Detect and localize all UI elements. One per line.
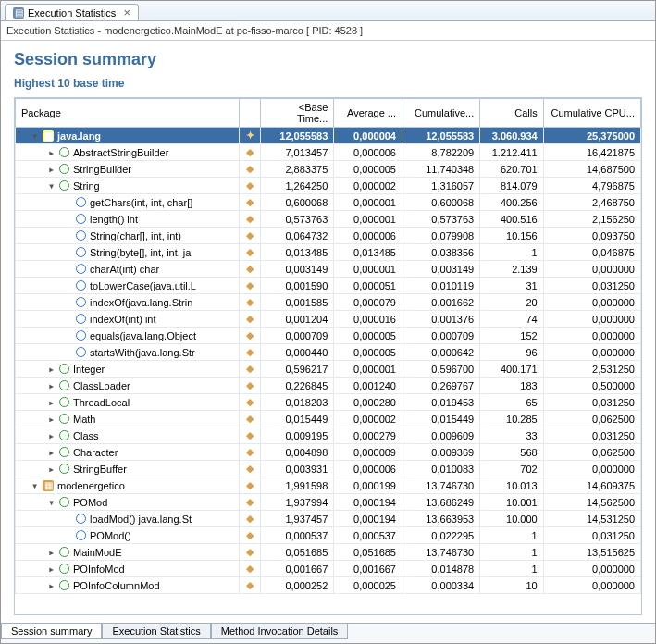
table-row[interactable]: length() int◆0,5737630,0000010,573763400… <box>16 211 641 228</box>
table-row[interactable]: startsWith(java.lang.Str◆0,0004400,00000… <box>16 344 641 361</box>
cell-average: 0,000009 <box>334 444 402 461</box>
twistie-icon[interactable]: ▾ <box>47 498 56 506</box>
class-icon <box>59 447 69 457</box>
cell-calls: 74 <box>480 311 543 328</box>
twistie-icon[interactable]: ▸ <box>47 415 56 423</box>
cell-cumulative: 0,001376 <box>402 311 480 328</box>
table-row[interactable]: ▾▦java.lang✦12,0555830,00000412,0555833.… <box>16 128 641 144</box>
twistie-icon[interactable]: ▸ <box>47 548 56 556</box>
marker-icon: ◆ <box>240 494 261 511</box>
twistie-icon[interactable]: ▸ <box>47 581 56 589</box>
row-label: indexOf(java.lang.Strin <box>90 297 192 308</box>
cell-cumulative: 0,000709 <box>402 328 480 344</box>
table-row[interactable]: ▸Integer◆0,5962170,0000010,596700400.171… <box>16 361 641 378</box>
cell-cpu: 0,000000 <box>543 294 640 311</box>
col-average[interactable]: Average ... <box>334 99 402 128</box>
twistie-icon[interactable]: ▸ <box>47 448 56 456</box>
table-row[interactable]: indexOf(int) int◆0,0012040,0000160,00137… <box>16 311 641 328</box>
cell-cumulative: 0,600068 <box>402 194 480 211</box>
table-row[interactable]: ▸AbstractStringBuilder◆7,0134570,0000068… <box>16 144 641 161</box>
row-label: charAt(int) char <box>90 264 159 275</box>
table-row[interactable]: ▸POInfoColumnMod◆0,0002520,0000250,00033… <box>16 577 641 594</box>
cell-calls: 65 <box>480 394 543 411</box>
col-package[interactable]: Package <box>16 99 240 128</box>
table-row[interactable]: ▸ThreadLocal◆0,0182030,0002800,019453650… <box>16 394 641 411</box>
marker-icon: ◆ <box>240 161 261 178</box>
col-marker[interactable] <box>240 99 261 128</box>
table-row[interactable]: String(byte[], int, int, ja◆0,0134850,01… <box>16 244 641 261</box>
col-calls[interactable]: Calls <box>480 99 543 128</box>
table-row[interactable]: ▾▦modenergetico◆1,9915980,00019913,74673… <box>16 477 641 494</box>
table-row[interactable]: ▸Class◆0,0091950,0002790,009609330,03125… <box>16 427 641 444</box>
cell-basetime: 0,015449 <box>261 411 334 427</box>
table-row[interactable]: indexOf(java.lang.Strin◆0,0015850,000079… <box>16 294 641 311</box>
twistie-icon[interactable]: ▸ <box>47 564 56 573</box>
table-row[interactable]: ▾POMod◆1,9379940,00019413,68624910.00114… <box>16 494 641 511</box>
twistie-icon[interactable]: ▸ <box>47 148 56 156</box>
cell-cumulative: 8,782209 <box>402 144 480 161</box>
method-icon <box>76 197 86 207</box>
cell-basetime: 7,013457 <box>261 144 334 161</box>
marker-icon: ◆ <box>240 261 261 278</box>
cell-basetime: 1,937457 <box>261 511 334 527</box>
twistie-icon[interactable]: ▸ <box>47 365 56 373</box>
row-label: toLowerCase(java.util.L <box>90 280 196 291</box>
cell-cpu: 0,093750 <box>543 228 640 244</box>
table-row[interactable]: equals(java.lang.Object◆0,0007090,000005… <box>16 328 641 344</box>
btab-execution-statistics[interactable]: Execution Statistics <box>102 624 210 639</box>
table-row[interactable]: toLowerCase(java.util.L◆0,0015900,000051… <box>16 278 641 294</box>
cell-average: 0,000002 <box>334 411 402 427</box>
cell-cpu: 0,031250 <box>543 427 640 444</box>
table-row[interactable]: getChars(int, int, char[]◆0,6000680,0000… <box>16 194 641 211</box>
cell-cumulative: 0,573763 <box>402 211 480 228</box>
method-icon <box>76 330 86 341</box>
twistie-icon[interactable]: ▾ <box>31 481 39 489</box>
twistie-icon[interactable]: ▸ <box>47 165 56 173</box>
class-icon <box>59 164 69 174</box>
table-row[interactable]: ▸MainModE◆0,0516850,05168513,746730113,5… <box>16 544 641 561</box>
twistie-icon[interactable]: ▾ <box>31 131 39 140</box>
col-cpu[interactable]: Cumulative CPU... <box>543 99 640 128</box>
col-cumulative[interactable]: Cumulative... <box>402 99 480 128</box>
row-label: StringBuffer <box>73 464 127 475</box>
btab-session-summary[interactable]: Session summary <box>1 624 102 639</box>
row-label: String <box>73 180 100 192</box>
btab-method-invocation[interactable]: Method Invocation Details <box>211 624 349 639</box>
cell-basetime: 0,001667 <box>261 561 334 577</box>
table-row[interactable]: ▸POInfoMod◆0,0016670,0016670,01487810,00… <box>16 561 641 577</box>
marker-icon: ◆ <box>240 228 261 244</box>
table-row[interactable]: loadMod() java.lang.St◆1,9374570,0001941… <box>16 511 641 527</box>
cell-cpu: 2,468750 <box>543 194 640 211</box>
table-row[interactable]: String(char[], int, int)◆0,0647320,00000… <box>16 228 641 244</box>
cell-average: 0,000005 <box>334 161 402 178</box>
row-label: POInfoColumnMod <box>73 580 160 591</box>
twistie-icon[interactable]: ▾ <box>47 181 56 190</box>
cell-package: toLowerCase(java.util.L <box>16 278 240 294</box>
close-icon[interactable]: × <box>123 6 130 19</box>
table-row[interactable]: ▸StringBuffer◆0,0039310,0000060,01008370… <box>16 461 641 477</box>
twistie-icon[interactable]: ▸ <box>47 381 56 390</box>
tab-execution-statistics[interactable]: ▤ Execution Statistics × <box>5 4 139 20</box>
row-label: indexOf(int) int <box>90 314 156 325</box>
table-row[interactable]: ▸Character◆0,0048980,0000090,0093695680,… <box>16 444 641 461</box>
table-row[interactable]: ▸StringBuilder◆2,8833750,00000511,740348… <box>16 161 641 178</box>
table-row[interactable]: charAt(int) char◆0,0031490,0000010,00314… <box>16 261 641 278</box>
twistie-icon[interactable]: ▸ <box>47 464 56 473</box>
cell-cpu: 0,000000 <box>543 311 640 328</box>
twistie-icon[interactable]: ▸ <box>47 431 56 440</box>
table-row[interactable]: ▾String◆1,2642500,0000021,316057814.0794… <box>16 178 641 194</box>
row-label: ThreadLocal <box>73 397 130 408</box>
table-row[interactable]: ▸Math◆0,0154490,0000020,01544910.2850,06… <box>16 411 641 427</box>
cell-package: charAt(int) char <box>16 261 240 278</box>
col-basetime[interactable]: <Base Time... <box>261 99 334 128</box>
cell-calls: 814.079 <box>480 178 543 194</box>
table-row[interactable]: ▸ClassLoader◆0,2268450,0012400,269767183… <box>16 378 641 394</box>
marker-icon: ◆ <box>240 244 261 261</box>
cell-package: loadMod() java.lang.St <box>16 511 240 527</box>
cell-basetime: 0,600068 <box>261 194 334 211</box>
stats-table-container[interactable]: Package <Base Time... Average ... Cumula… <box>14 97 642 615</box>
twistie-icon[interactable]: ▸ <box>47 398 56 406</box>
table-row[interactable]: POMod()◆0,0005370,0005370,02229510,03125… <box>16 527 641 544</box>
cell-average: 0,000199 <box>334 477 402 494</box>
cell-cumulative: 12,055583 <box>402 128 480 144</box>
